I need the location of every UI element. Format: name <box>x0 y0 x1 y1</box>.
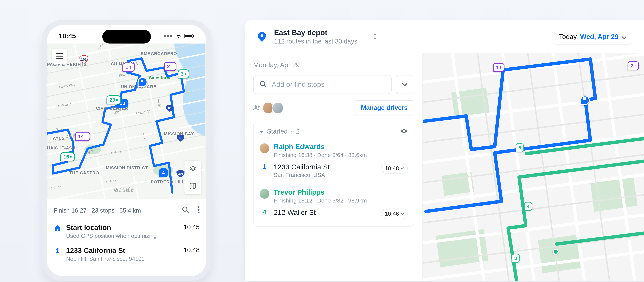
map-stop-4[interactable]: 4 <box>159 168 168 177</box>
stop-sub: Nob Hill, San Francisco, 94109 <box>66 256 179 262</box>
svg-text:280: 280 <box>178 172 183 175</box>
routes-card: Started · 2 Ralph Edwards Finishing 16:3… <box>253 122 414 227</box>
stop-time: 10:48 <box>184 247 200 254</box>
collapse-icon[interactable] <box>260 128 264 135</box>
driver-avatars[interactable] <box>265 102 284 114</box>
stop-title: Start location <box>66 224 179 232</box>
manage-drivers-button[interactable]: Manage drivers <box>354 100 414 116</box>
visibility-icon[interactable] <box>400 128 408 135</box>
phone-notch <box>102 30 151 43</box>
date-picker[interactable]: Today Wed, Apr 29 <box>553 29 632 44</box>
svg-point-55 <box>198 209 200 211</box>
svg-point-60 <box>258 106 260 108</box>
avatar[interactable] <box>272 102 284 114</box>
map-stop-1[interactable]: 1↑ <box>493 63 504 72</box>
svg-point-54 <box>198 206 200 208</box>
map-stop-1[interactable]: 1↑ <box>122 63 135 72</box>
drivers-row: Manage drivers <box>253 100 414 116</box>
svg-text:POTRERO HILL: POTRERO HILL <box>150 180 185 184</box>
map-stop-2[interactable]: 2↑ <box>164 62 176 71</box>
map-stop-3[interactable]: 3 <box>512 254 520 263</box>
stop-title: 1233 California St <box>66 247 179 255</box>
cellular-dots-icon: ••• <box>164 32 173 40</box>
stop-number: 4 <box>260 209 269 216</box>
list-item[interactable]: 1 1233 California St Nob Hill, San Franc… <box>54 245 200 268</box>
svg-point-59 <box>254 105 257 108</box>
driver-block[interactable]: Ralph Edwards Finishing 16:38 · Done 0/6… <box>260 139 408 184</box>
search-icon[interactable] <box>182 206 189 215</box>
driver-position-dot[interactable] <box>552 249 559 255</box>
map-stop-3[interactable]: 3▪ <box>178 69 189 79</box>
box-icon: ▪ <box>185 71 186 77</box>
sheet-summary: Finish 16:27 · 23 stops · 55,4 km <box>54 206 200 215</box>
svg-text:MISSION BAY: MISSION BAY <box>164 132 194 136</box>
sidebar-date: Monday, Apr 29 <box>253 61 414 69</box>
dashboard-header: East Bay depot 112 routes in the last 30… <box>245 20 644 53</box>
map-stop-23[interactable]: 23▪ <box>106 95 121 104</box>
svg-text:Salesforce: Salesforce <box>149 75 172 80</box>
svg-text:80: 80 <box>179 137 182 140</box>
dashboard-sidebar: Monday, Apr 29 <box>245 53 422 281</box>
card-status: Started <box>267 128 288 135</box>
svg-text:Google: Google <box>114 187 134 193</box>
map-stop-2[interactable]: 2↑ <box>628 61 639 70</box>
stop-time: 10:45 <box>184 224 200 231</box>
dashboard-panel: East Bay depot 112 routes in the last 30… <box>245 20 644 281</box>
dashboard-map[interactable]: 1↑ 2↑ 5 4 3 <box>422 53 644 281</box>
stop-sub: San Francisco, USA <box>274 172 377 178</box>
phone-mockup: 10:45 ••• <box>42 20 211 281</box>
start-flag-marker[interactable] <box>580 96 590 105</box>
date-prefix: Today <box>559 33 577 40</box>
search-icon <box>260 81 267 89</box>
arrow-up-icon: ↑ <box>171 64 174 69</box>
phone-bottom-sheet[interactable]: Finish 16:27 · 23 stops · 55,4 km Start … <box>47 199 206 276</box>
box-icon: ▪ <box>70 154 72 160</box>
depot-sub: 112 routes in the last 30 days <box>274 38 357 45</box>
map-stop-15[interactable]: 15▪ <box>60 152 75 161</box>
arrow-up-icon: ↑ <box>129 64 132 70</box>
stop-time-pill[interactable]: 10:48 <box>381 163 408 173</box>
map-controls <box>184 161 201 194</box>
driver-block[interactable]: Trevor Philipps Finishing 18:12 · Done 3… <box>260 184 408 225</box>
list-item[interactable]: Start location Used GPS position when op… <box>54 222 200 245</box>
phone-map[interactable]: 101 80 80 280 EMBARCADERO CHINATOWN PACI… <box>47 43 206 199</box>
driver-subline: Finishing 18:12 · Done 3/82 · 98.9km <box>274 197 408 204</box>
search-input-wrapper[interactable] <box>253 75 392 94</box>
search-options-button[interactable] <box>396 75 414 94</box>
menu-button[interactable] <box>52 48 67 64</box>
stop-time-pill[interactable]: 10:46 <box>381 209 408 219</box>
depot-switch-button[interactable] <box>371 31 380 42</box>
map-stop-5[interactable]: 5 <box>516 143 524 152</box>
svg-text:MISSION DISTRICT: MISSION DISTRICT <box>106 165 148 170</box>
svg-line-58 <box>264 85 266 87</box>
dashboard-map-svg <box>422 53 644 281</box>
search-input[interactable] <box>272 81 385 89</box>
card-count: 2 <box>296 128 300 135</box>
svg-text:EMBARCADERO: EMBARCADERO <box>141 51 177 56</box>
map-stop-14[interactable]: 14↑ <box>75 132 90 141</box>
date-value: Wed, Apr 29 <box>580 33 618 40</box>
driver-next-stop[interactable]: 1 1233 California St San Francisco, USA … <box>260 158 408 180</box>
chevron-down-icon <box>622 33 626 40</box>
arrow-up-icon: ↑ <box>499 65 502 70</box>
svg-text:HAIGHT-ASHI: HAIGHT-ASHI <box>47 145 77 150</box>
layers-button[interactable] <box>184 161 201 177</box>
svg-text:101: 101 <box>81 58 86 61</box>
stop-sub: Used GPS position when optimizing <box>66 233 179 239</box>
avatar <box>260 143 269 153</box>
start-flag-marker[interactable] <box>138 77 148 87</box>
svg-line-53 <box>186 211 188 213</box>
stop-title: 1233 California St <box>274 163 377 171</box>
driver-next-stop[interactable]: 4 212 Waller St 10:46 <box>260 204 408 220</box>
stop-number: 1 <box>260 163 269 170</box>
svg-rect-1 <box>185 35 192 37</box>
more-icon[interactable] <box>198 206 200 215</box>
driver-subline: Finishing 16:38 · Done 0/64 · 88.6km <box>274 152 408 158</box>
arrow-up-icon: ↑ <box>634 63 636 69</box>
svg-point-56 <box>198 212 200 213</box>
maptype-button[interactable] <box>184 177 201 194</box>
depot-pin-icon <box>256 31 267 42</box>
map-stop-4[interactable]: 4 <box>524 202 532 211</box>
arrow-up-icon: ↑ <box>85 134 87 139</box>
driver-name: Trevor Philipps <box>274 188 408 196</box>
